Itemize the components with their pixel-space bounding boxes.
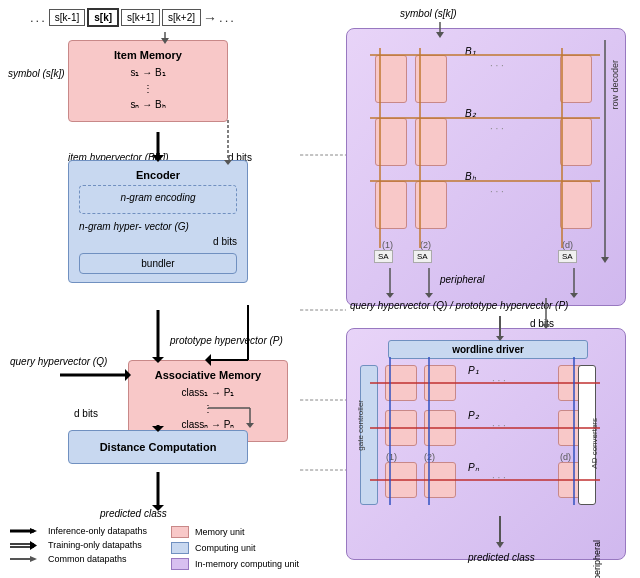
legend-memory-swatch bbox=[171, 526, 189, 538]
legend-inference-label: Inference-only datapaths bbox=[48, 526, 147, 536]
legend-colors: Memory unit Computing unit In-memory com… bbox=[171, 526, 299, 570]
col-label-d-top: (d) bbox=[562, 240, 573, 250]
mem-cell-b1-2 bbox=[415, 55, 447, 103]
tape-arrow: → bbox=[203, 10, 217, 26]
diagram-container: ... s[k-1] s[k] s[k+1] s[k+2] → ... symb… bbox=[0, 0, 640, 578]
b2-label: B₂ bbox=[465, 108, 476, 119]
legend-memory-label: Memory unit bbox=[195, 527, 245, 537]
legend-computing-label: Computing unit bbox=[195, 543, 256, 553]
legend-memory-unit: Memory unit bbox=[171, 526, 299, 538]
col-label-1-top: (1) bbox=[382, 240, 393, 250]
ad-converters-label: AD converters bbox=[590, 418, 599, 469]
encoder-box: Encoder n-gram encoding n-gram hyper- ve… bbox=[68, 160, 248, 283]
col-label-1-bottom: (1) bbox=[386, 452, 397, 462]
p1-dots: · · · bbox=[492, 375, 506, 386]
p1-label: P₁ bbox=[468, 365, 479, 376]
symbol-label-left: symbol (s[k]) bbox=[8, 68, 65, 79]
b1-label: B₁ bbox=[465, 46, 476, 57]
legend-training-label: Training-only datapaths bbox=[48, 540, 142, 550]
item-memory-line-0: s₁ → B₁ bbox=[79, 65, 217, 81]
peripheral-top-label: peripheral bbox=[440, 274, 484, 285]
item-memory-line-2: sₙ → Bₕ bbox=[79, 97, 217, 113]
item-memory-line-1: ⋮ bbox=[79, 81, 217, 97]
wordline-driver-box: wordline driver bbox=[388, 340, 588, 359]
encoder-d-bits: d bits bbox=[79, 236, 237, 247]
ngram-encoding-label: n-gram encoding bbox=[86, 192, 230, 203]
p2-label: P₂ bbox=[468, 410, 479, 421]
sa-label-1: SA bbox=[374, 250, 393, 263]
tape-cell-1: s[k] bbox=[87, 8, 119, 27]
assoc-memory-content: class₁ → P₁ ⋮ classₙ → Pₙ bbox=[139, 385, 277, 433]
legend-arrows: Inference-only datapaths Training-only d… bbox=[10, 526, 147, 564]
predicted-class-right-label: predicted class bbox=[468, 552, 535, 563]
p2-dots: · · · bbox=[492, 420, 506, 431]
legend-inmemory-unit: In-memory computing unit bbox=[171, 558, 299, 570]
col-label-2-bottom: (2) bbox=[424, 452, 435, 462]
legend-inference: Inference-only datapaths bbox=[10, 526, 147, 536]
legend-computing-swatch bbox=[171, 542, 189, 554]
mem-cell-bh-1 bbox=[375, 181, 407, 229]
assoc-memory-line-0: class₁ → P₁ bbox=[139, 385, 277, 401]
d-bits-label-3: d bits bbox=[74, 408, 98, 419]
mem-cell-p2-1 bbox=[385, 410, 417, 446]
symbol-label-right: symbol (s[k]) bbox=[400, 8, 457, 19]
query-hypervec-left-label: query hypervector (Q) bbox=[10, 356, 107, 367]
tape-cell-0: s[k-1] bbox=[49, 9, 85, 26]
ngram-hypervec-label: n-gram hyper- vector (G) bbox=[79, 220, 237, 234]
bh-dots: · · · bbox=[490, 186, 504, 197]
mem-cell-p2-2 bbox=[424, 410, 456, 446]
svg-marker-49 bbox=[30, 528, 37, 534]
mem-cell-b2-d bbox=[560, 118, 592, 166]
sa-label-3: SA bbox=[558, 250, 577, 263]
legend-inmemory-swatch bbox=[171, 558, 189, 570]
sa-label-2: SA bbox=[413, 250, 432, 263]
legend-computing-unit: Computing unit bbox=[171, 542, 299, 554]
pc-dots: · · · bbox=[492, 472, 506, 483]
bundler-box: bundler bbox=[79, 253, 237, 274]
mem-cell-b2-1 bbox=[375, 118, 407, 166]
mem-cell-p1-1 bbox=[385, 365, 417, 401]
svg-marker-54 bbox=[30, 556, 37, 562]
mem-cell-pc-1 bbox=[385, 462, 417, 498]
mem-cell-b1-1 bbox=[375, 55, 407, 103]
tape-dots-right: ... bbox=[219, 10, 236, 25]
b1-dots: · · · bbox=[490, 60, 504, 71]
tape-cell-3: s[k+2] bbox=[162, 9, 201, 26]
assoc-memory-title: Associative Memory bbox=[139, 369, 277, 381]
legend: Inference-only datapaths Training-only d… bbox=[10, 526, 299, 570]
prototype-hypervec-label: prototype hypervector (P) bbox=[170, 335, 283, 346]
item-memory-title: Item Memory bbox=[79, 49, 217, 61]
peripheral-bottom-label: peripheral bbox=[592, 540, 602, 578]
col-label-2-top: (2) bbox=[420, 240, 431, 250]
item-memory-content: s₁ → B₁ ⋮ sₙ → Bₕ bbox=[79, 65, 217, 113]
mem-cell-bh-d bbox=[560, 181, 592, 229]
mem-cell-pc-2 bbox=[424, 462, 456, 498]
tape-dots-left: ... bbox=[30, 10, 47, 25]
b2-dots: · · · bbox=[490, 123, 504, 134]
mem-cell-p1-2 bbox=[424, 365, 456, 401]
query-hypervec-right-label: query hypervector (Q) / prototype hyperv… bbox=[350, 298, 568, 313]
pc-label: Pₙ bbox=[468, 462, 479, 473]
legend-inmemory-label: In-memory computing unit bbox=[195, 559, 299, 569]
assoc-memory-line-1: ⋮ bbox=[139, 401, 277, 417]
encoder-title: Encoder bbox=[79, 169, 237, 181]
tape-cell-2: s[k+1] bbox=[121, 9, 160, 26]
mem-cell-b2-2 bbox=[415, 118, 447, 166]
bh-label: Bₕ bbox=[465, 171, 476, 182]
svg-marker-52 bbox=[30, 541, 37, 550]
item-memory-box: Item Memory s₁ → B₁ ⋮ sₙ → Bₕ bbox=[68, 40, 228, 122]
mem-cell-b1-d bbox=[560, 55, 592, 103]
dist-comp-box: Distance Computation bbox=[68, 430, 248, 464]
mem-cell-bh-2 bbox=[415, 181, 447, 229]
legend-common-label: Common datapaths bbox=[48, 554, 127, 564]
encoder-content: n-gram encoding bbox=[79, 185, 237, 214]
legend-training: Training-only datapaths bbox=[10, 540, 147, 550]
row-decoder-label: row decoder bbox=[610, 60, 620, 110]
predicted-class-left-label: predicted class bbox=[100, 508, 167, 519]
col-label-d-bottom: (d) bbox=[560, 452, 571, 462]
symbol-tape: ... s[k-1] s[k] s[k+1] s[k+2] → ... bbox=[30, 8, 236, 27]
legend-common: Common datapaths bbox=[10, 554, 147, 564]
gate-controller-label: gate controller bbox=[356, 400, 365, 451]
